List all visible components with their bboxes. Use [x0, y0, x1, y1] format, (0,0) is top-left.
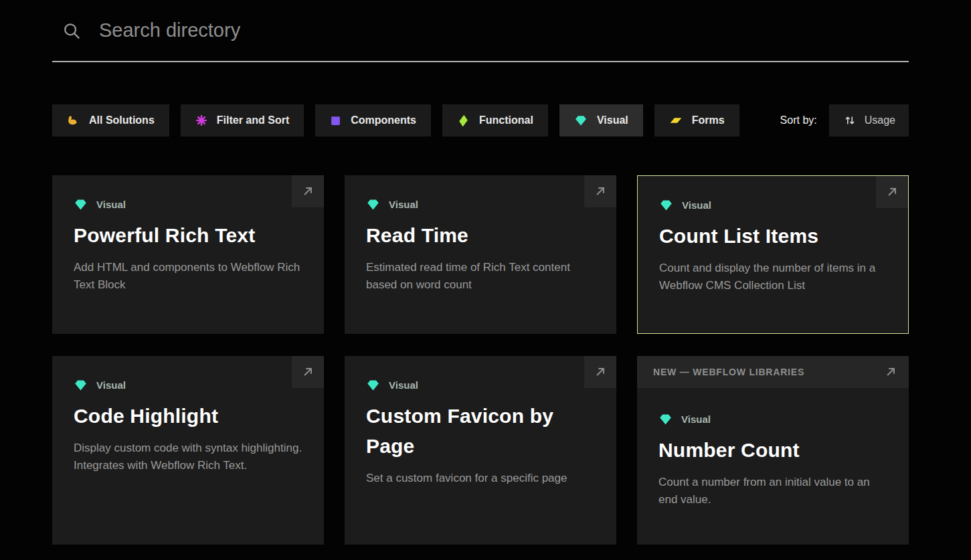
filter-button-label: Components [351, 114, 416, 126]
gem-icon [574, 114, 588, 127]
filter-button-filter-and-sort[interactable]: Filter and Sort [181, 104, 304, 136]
card-title: Number Count [658, 435, 887, 465]
card-category-tag: Visual [659, 198, 887, 212]
solution-card[interactable]: Visual Read Time Estimated read time of … [345, 175, 616, 334]
card-body: Visual Code Highlight Display custom cod… [52, 356, 324, 475]
filter-bar: All Solutions Filter and Sort Components… [52, 104, 909, 136]
card-category-label: Visual [389, 199, 418, 210]
filter-button-label: Filter and Sort [217, 114, 289, 126]
card-title: Count List Items [659, 221, 887, 251]
filter-button-visual[interactable]: Visual [559, 104, 643, 136]
card-title: Code Highlight [74, 401, 302, 431]
card-body: Visual Custom Favicon by Page Set a cust… [345, 356, 616, 487]
card-title: Powerful Rich Text [74, 220, 302, 250]
arrow-up-right-icon[interactable] [883, 365, 898, 379]
diamond-icon [457, 114, 470, 127]
card-title: Custom Favicon by Page [366, 401, 595, 461]
solution-card[interactable]: Visual Powerful Rich Text Add HTML and c… [52, 175, 324, 334]
filter-button-label: Forms [692, 114, 725, 126]
card-description: Display custom code with syntax highligh… [74, 440, 302, 475]
card-body: Visual Number Count Count a number from … [637, 388, 909, 509]
solution-card[interactable]: NEW — WEBFLOW LIBRARIES Visual Number Co… [637, 356, 909, 545]
gem-icon [74, 378, 88, 392]
card-title: Read Time [366, 220, 595, 250]
card-description: Count and display the number of items in… [659, 260, 887, 295]
sort-area: Sort by: Usage [780, 104, 909, 136]
solution-card[interactable]: Visual Count List Items Count and displa… [637, 175, 909, 334]
card-category-label: Visual [681, 413, 711, 425]
filter-button-functional[interactable]: Functional [442, 104, 548, 136]
parallelogram-icon [669, 114, 683, 127]
arrow-up-right-icon[interactable] [876, 176, 908, 208]
asterisk-icon [195, 114, 207, 126]
card-body: Visual Count List Items Count and displa… [638, 176, 908, 295]
filter-button-label: All Solutions [89, 114, 155, 126]
gem-icon [74, 197, 88, 211]
card-banner-label: NEW — WEBFLOW LIBRARIES [653, 367, 804, 377]
gem-icon [366, 197, 380, 211]
card-banner: NEW — WEBFLOW LIBRARIES [637, 356, 909, 388]
filter-button-label: Functional [479, 114, 533, 126]
filter-button-all-solutions[interactable]: All Solutions [52, 104, 169, 136]
filter-button-components[interactable]: Components [315, 104, 431, 136]
card-category-tag: Visual [366, 378, 595, 392]
card-description: Add HTML and components to Webflow Rich … [74, 259, 302, 294]
card-category-label: Visual [389, 379, 418, 391]
search-bar [52, 0, 909, 62]
gem-icon [658, 412, 673, 426]
arrow-up-right-icon[interactable] [292, 175, 324, 207]
card-body: Visual Powerful Rich Text Add HTML and c… [52, 175, 324, 294]
card-body: Visual Read Time Estimated read time of … [345, 175, 616, 294]
card-category-tag: Visual [658, 412, 887, 426]
search-input[interactable] [99, 19, 909, 41]
square-icon [330, 115, 341, 126]
arrow-up-right-icon[interactable] [584, 356, 616, 388]
card-category-label: Visual [96, 379, 126, 391]
card-category-label: Visual [96, 199, 126, 210]
card-description: Estimated read time of Rich Text content… [366, 259, 595, 294]
directory-page: All Solutions Filter and Sort Components… [52, 0, 909, 545]
filter-button-forms[interactable]: Forms [654, 104, 739, 136]
solution-card[interactable]: Visual Code Highlight Display custom cod… [52, 356, 324, 545]
sort-by-label: Sort by: [780, 114, 817, 126]
card-category-tag: Visual [74, 197, 302, 211]
solution-card[interactable]: Visual Custom Favicon by Page Set a cust… [345, 356, 616, 545]
gem-icon [366, 378, 380, 392]
card-description: Count a number from an initial value to … [658, 474, 887, 509]
arrow-up-right-icon[interactable] [584, 175, 616, 207]
card-category-tag: Visual [366, 197, 595, 211]
sort-usage-button[interactable]: Usage [829, 104, 909, 136]
sort-value-label: Usage [865, 114, 895, 126]
card-category-tag: Visual [74, 378, 302, 392]
gem-icon [659, 198, 673, 212]
filter-button-label: Visual [597, 114, 628, 126]
sort-arrows-icon [843, 113, 857, 128]
solutions-grid: Visual Powerful Rich Text Add HTML and c… [52, 175, 909, 545]
card-description: Set a custom favicon for a specific page [366, 470, 595, 487]
filter-buttons-group: All Solutions Filter and Sort Components… [52, 104, 739, 136]
search-icon [62, 21, 82, 41]
bicep-icon [67, 114, 80, 127]
card-category-label: Visual [682, 199, 711, 211]
arrow-up-right-icon[interactable] [292, 356, 324, 388]
